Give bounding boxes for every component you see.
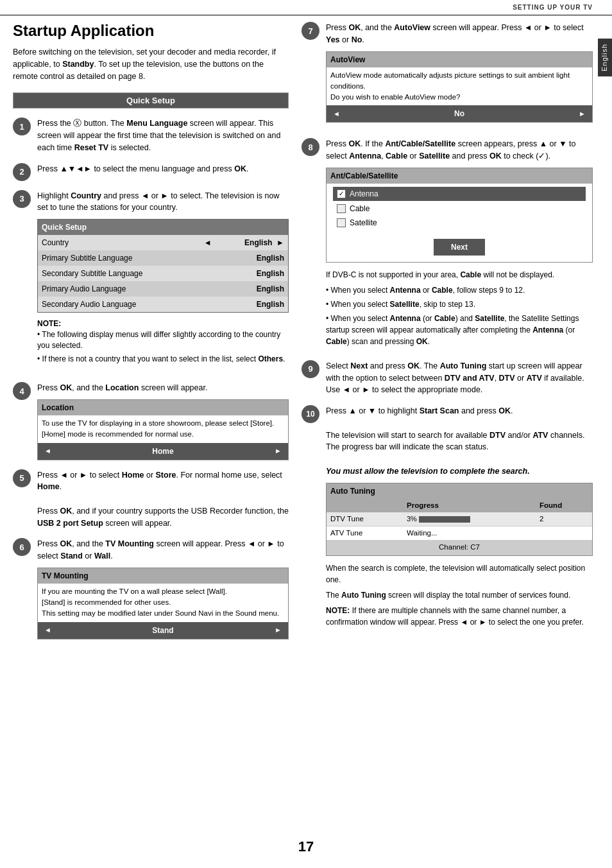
step-9-number: 9 bbox=[302, 360, 319, 378]
step-6: 6 Press OK, and the TV Mounting screen w… bbox=[13, 538, 289, 639]
step-5-number: 5 bbox=[13, 469, 31, 487]
autoview-nav: ◄ No ► bbox=[327, 105, 592, 122]
tv-mounting-body: If you are mounting the TV on a wall ple… bbox=[38, 584, 288, 622]
step-9-content: Select Next and press OK. The Auto Tunin… bbox=[326, 360, 593, 396]
ant-box-body: ✓ Antenna Cable Satellite bbox=[327, 184, 592, 232]
step-9: 9 Select Next and press OK. The Auto Tun… bbox=[302, 360, 593, 396]
step-10-number: 10 bbox=[302, 405, 319, 423]
next-button[interactable]: Next bbox=[434, 239, 485, 256]
antenna-label: Antenna bbox=[350, 188, 378, 200]
dtv-found: 2 bbox=[536, 512, 592, 526]
atv-found bbox=[536, 526, 592, 541]
table-row: Secondary Audio Language English bbox=[38, 297, 289, 313]
step-5-content: Press ◄ or ► to select Home or Store. Fo… bbox=[37, 469, 289, 530]
dtv-row: DTV Tune 3% 2 bbox=[327, 512, 592, 526]
primary-audio-value: English bbox=[219, 281, 288, 297]
step-10: 10 Press ▲ or ▼ to highlight Start Scan … bbox=[302, 405, 593, 628]
quick-setup-table: Quick Setup Country ◄ English ► Primary … bbox=[37, 219, 289, 313]
satellite-label: Satellite bbox=[350, 217, 377, 229]
location-box-body: To use the TV for displaying in a store … bbox=[38, 415, 288, 443]
table-row: Country ◄ English ► bbox=[38, 235, 289, 250]
dtv-progress: 3% bbox=[403, 512, 536, 526]
note-multiple-channels: NOTE: If there are multiple channels wit… bbox=[326, 605, 593, 628]
cable-item: Cable bbox=[333, 202, 586, 216]
dtv-label: DTV Tune bbox=[327, 512, 403, 526]
tv-mounting-title: TV Mounting bbox=[38, 568, 288, 584]
right-arrow-icon: ► bbox=[579, 108, 586, 119]
left-arrow-icon: ◄ bbox=[44, 625, 51, 636]
note-list: The following display menus will differ … bbox=[37, 329, 289, 364]
step-5: 5 Press ◄ or ► to select Home or Store. … bbox=[13, 469, 289, 530]
page-header: SETTING UP YOUR TV bbox=[0, 0, 612, 15]
left-column: Startup Application Before switching on … bbox=[13, 22, 289, 648]
satellite-item: Satellite bbox=[333, 216, 586, 230]
language-tab: English bbox=[598, 39, 612, 76]
table-row: Primary Subtitle Language English bbox=[38, 250, 289, 266]
satellite-checkbox bbox=[337, 218, 346, 227]
col-found: Found bbox=[536, 499, 592, 512]
autoview-title: AutoView bbox=[327, 52, 592, 67]
secondary-audio-label: Secondary Audio Language bbox=[38, 297, 197, 313]
col-label bbox=[327, 499, 403, 512]
step-1-number: 1 bbox=[13, 117, 31, 135]
primary-audio-label: Primary Audio Language bbox=[38, 281, 197, 297]
step-1: 1 Press the Ⓧ button. The Menu Language … bbox=[13, 117, 289, 153]
step-7-number: 7 bbox=[302, 22, 319, 40]
note-section: NOTE: The following display menus will d… bbox=[37, 318, 289, 364]
step-7-content: Press OK, and the AutoView screen will a… bbox=[326, 22, 593, 129]
step-8: 8 Press OK. If the Ant/Cable/Satellite s… bbox=[302, 138, 593, 351]
note-item: If there is not a country that you want … bbox=[37, 354, 289, 365]
note-title: NOTE: bbox=[37, 319, 61, 328]
country-value: English ► bbox=[219, 235, 288, 250]
autoview-box: AutoView AutoView mode automatically adj… bbox=[326, 51, 593, 123]
autoview-nav-value: No bbox=[454, 108, 464, 119]
table-header: Quick Setup bbox=[38, 220, 289, 236]
bullet-item: When you select Antenna or Cable, follow… bbox=[326, 284, 593, 296]
search-complete-text: When the search is complete, the televis… bbox=[326, 562, 593, 586]
channel-row: Channel: C7 bbox=[327, 541, 592, 555]
ant-cable-satellite-box: Ant/Cable/Satellite ✓ Antenna Cable Sa bbox=[326, 168, 593, 263]
page-title: Startup Application bbox=[13, 22, 289, 40]
secondary-subtitle-value: English bbox=[219, 266, 288, 281]
location-box-nav: ◄ Home ► bbox=[38, 443, 288, 460]
auto-tuning-display-text: The Auto Tuning screen will display the … bbox=[326, 589, 593, 601]
quick-setup-header: Quick Setup bbox=[13, 93, 288, 108]
tv-mounting-nav: ◄ Stand ► bbox=[38, 622, 288, 639]
tv-mounting-box: TV Mounting If you are mounting the TV o… bbox=[37, 568, 289, 639]
step-10-content: Press ▲ or ▼ to highlight Start Scan and… bbox=[326, 405, 593, 628]
right-arrow-icon: ► bbox=[275, 446, 282, 456]
header-text: SETTING UP YOUR TV bbox=[513, 4, 593, 11]
step-4-number: 4 bbox=[13, 382, 31, 400]
step-2-content: Press ▲▼◄► to select the menu language a… bbox=[37, 163, 289, 175]
table-row: Primary Audio Language English bbox=[38, 281, 289, 297]
step-7: 7 Press OK, and the AutoView screen will… bbox=[302, 22, 593, 129]
step-1-content: Press the Ⓧ button. The Menu Language sc… bbox=[37, 117, 289, 153]
step-8-number: 8 bbox=[302, 138, 319, 156]
location-box-title: Location bbox=[38, 400, 288, 415]
step-2-number: 2 bbox=[13, 163, 31, 181]
step-4-content: Press OK, and the Location screen will a… bbox=[37, 382, 289, 460]
step-2: 2 Press ▲▼◄► to select the menu language… bbox=[13, 163, 289, 181]
auto-tuning-title: Auto Tuning bbox=[327, 483, 592, 499]
atv-row: ATV Tune Waiting... bbox=[327, 526, 592, 541]
step-3: 3 Highlight Country and press ◄ or ► to … bbox=[13, 190, 289, 374]
atv-label: ATV Tune bbox=[327, 526, 403, 541]
country-label: Country bbox=[38, 235, 197, 250]
dvb-note: If DVB-C is not supported in your area, … bbox=[326, 269, 593, 281]
step-6-content: Press OK, and the TV Mounting screen wil… bbox=[37, 538, 289, 639]
right-column: 7 Press OK, and the AutoView screen will… bbox=[302, 22, 593, 648]
left-arrow-icon: ◄ bbox=[44, 446, 51, 456]
antenna-item: ✓ Antenna bbox=[333, 187, 586, 201]
left-arrow-icon: ◄ bbox=[333, 108, 340, 119]
cable-label: Cable bbox=[350, 203, 370, 214]
step-8-content: Press OK. If the Ant/Cable/Satellite scr… bbox=[326, 138, 593, 351]
step-3-content: Highlight Country and press ◄ or ► to se… bbox=[37, 190, 289, 374]
atv-progress: Waiting... bbox=[403, 526, 536, 541]
quick-setup-section: Quick Setup bbox=[13, 92, 289, 108]
primary-subtitle-value: English bbox=[219, 250, 288, 266]
auto-tuning-box: Auto Tuning Progress Found DTV Tune bbox=[326, 483, 593, 556]
scan-status-text: The television will start to search for … bbox=[326, 431, 584, 452]
auto-tuning-table: Progress Found DTV Tune 3% bbox=[327, 499, 592, 555]
secondary-subtitle-label: Secondary Subtitle Language bbox=[38, 266, 197, 281]
location-nav-value: Home bbox=[152, 446, 173, 457]
